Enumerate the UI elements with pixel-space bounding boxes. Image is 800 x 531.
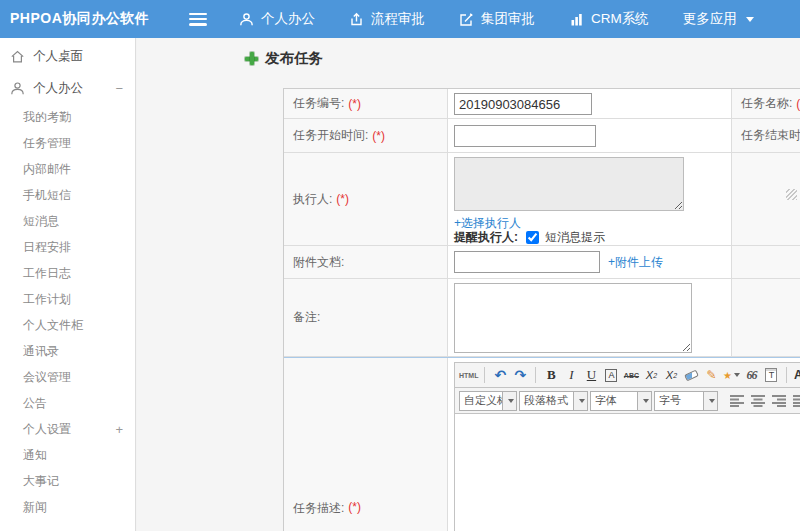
attachment-input[interactable] bbox=[454, 251, 600, 273]
remark-label: 备注: bbox=[284, 279, 448, 356]
nav-label: 更多应用 bbox=[683, 10, 737, 28]
eraser-button[interactable] bbox=[682, 365, 700, 385]
blockquote-button[interactable]: 66 bbox=[742, 365, 760, 385]
nav-personal-office[interactable]: 个人办公 bbox=[239, 10, 315, 28]
form-row-start-time: 任务开始时间: (*) 任务结束时间: (*) bbox=[284, 119, 800, 153]
textarea-resize-grip[interactable] bbox=[786, 189, 797, 200]
font-color-button[interactable]: A bbox=[793, 365, 800, 385]
select-value: 段落格式 bbox=[520, 393, 573, 408]
bold-button[interactable]: B bbox=[542, 365, 560, 385]
sms-remind-checkbox[interactable] bbox=[526, 231, 539, 244]
sidebar-item-label: 内部邮件 bbox=[23, 161, 71, 178]
sidebar-item-mobile-sms[interactable]: 手机短信 bbox=[0, 182, 135, 208]
sidebar-item-label: 新闻 bbox=[23, 499, 47, 516]
rich-text-editor: HTML ↶ ↷ B I U A ABC X2 X2 bbox=[454, 362, 800, 531]
sidebar-item-task-management[interactable]: 任务管理 bbox=[0, 130, 135, 156]
sidebar-item-label: 工作计划 bbox=[23, 291, 71, 308]
expand-icon[interactable]: + bbox=[115, 422, 123, 437]
end-time-label: 任务结束时间: (*) bbox=[731, 119, 800, 152]
undo-button[interactable]: ↶ bbox=[491, 365, 509, 385]
required-mark: (*) bbox=[348, 500, 361, 514]
strikethrough-button[interactable]: ABC bbox=[622, 365, 640, 385]
executor-textarea[interactable] bbox=[454, 157, 684, 211]
remind-executor-label: 提醒执行人: bbox=[454, 229, 518, 246]
label-text: 任务开始时间: bbox=[293, 127, 368, 144]
align-center-icon[interactable] bbox=[751, 395, 766, 407]
form-row-executor: 执行人: (*) +选择执行人 提醒执行人: 短消息提示 bbox=[284, 153, 800, 246]
collapse-icon[interactable]: − bbox=[115, 81, 123, 96]
sidebar-item-label: 个人文件柜 bbox=[23, 317, 83, 334]
paste-button[interactable]: T bbox=[762, 365, 780, 385]
remark-textarea[interactable] bbox=[454, 283, 692, 353]
nav-label: 流程审批 bbox=[371, 10, 425, 28]
paragraph-format-select[interactable]: 段落格式 bbox=[519, 391, 588, 411]
label-text: 附件文档: bbox=[293, 254, 344, 271]
form-row-task-number: 任务编号: (*) 任务名称: (*) bbox=[284, 89, 800, 119]
start-time-input[interactable] bbox=[454, 125, 596, 147]
sidebar-item-meeting-management[interactable]: 会议管理 bbox=[0, 364, 135, 390]
auto-typeset-button[interactable]: ★ bbox=[722, 365, 740, 385]
edit-icon bbox=[459, 12, 474, 27]
underline-button[interactable]: U bbox=[582, 365, 600, 385]
toolbar-separator bbox=[786, 367, 787, 383]
format-brush-button[interactable]: ✎ bbox=[702, 365, 720, 385]
redo-button[interactable]: ↷ bbox=[511, 365, 529, 385]
page-title: 发布任务 bbox=[245, 49, 323, 68]
nav-crm-system[interactable]: CRM系统 bbox=[569, 10, 649, 28]
select-value: 字号 bbox=[655, 393, 703, 408]
caret-down-icon bbox=[746, 17, 754, 22]
attachment-right-cell bbox=[731, 246, 800, 278]
sidebar-item-personal-desktop[interactable]: 个人桌面 bbox=[0, 40, 135, 72]
sidebar-item-personal-files[interactable]: 个人文件柜 bbox=[0, 312, 135, 338]
editor-toolbar-row2: 自定义标题 段落格式 字体 bbox=[454, 388, 800, 414]
nav-workflow-approval[interactable]: 流程审批 bbox=[349, 10, 425, 28]
sidebar-item-label: 通知 bbox=[23, 447, 47, 464]
select-value: 字体 bbox=[591, 393, 637, 408]
sidebar-item-label: 我的考勤 bbox=[23, 109, 71, 126]
sidebar-item-memorabilia[interactable]: 大事记 bbox=[0, 468, 135, 494]
custom-title-select[interactable]: 自定义标题 bbox=[459, 391, 517, 411]
add-task-icon bbox=[245, 52, 258, 65]
menu-toggle-icon[interactable] bbox=[189, 13, 207, 26]
sidebar-item-label: 大事记 bbox=[23, 473, 59, 490]
align-justify-icon[interactable] bbox=[793, 395, 800, 407]
form-row-remark: 备注: bbox=[284, 279, 800, 357]
sidebar-item-label: 短消息 bbox=[23, 213, 59, 230]
subscript-button[interactable]: X2 bbox=[662, 365, 680, 385]
executor-cell: +选择执行人 提醒执行人: 短消息提示 bbox=[448, 153, 731, 245]
top-nav: 个人办公 流程审批 集团审批 CRM系统 更多应用 bbox=[239, 10, 754, 28]
editor-content-area[interactable] bbox=[454, 414, 800, 531]
align-right-icon[interactable] bbox=[772, 395, 787, 407]
sidebar-item-news[interactable]: 新闻 bbox=[0, 494, 135, 520]
sidebar-item-short-message[interactable]: 短消息 bbox=[0, 208, 135, 234]
sidebar-item-work-log[interactable]: 工作日志 bbox=[0, 260, 135, 286]
sidebar-item-label: 手机短信 bbox=[23, 187, 71, 204]
italic-button[interactable]: I bbox=[562, 365, 580, 385]
nav-more-apps[interactable]: 更多应用 bbox=[683, 10, 754, 28]
html-source-button[interactable]: HTML bbox=[459, 365, 478, 385]
nav-group-approval[interactable]: 集团审批 bbox=[459, 10, 535, 28]
start-time-cell bbox=[448, 119, 731, 152]
sidebar-item-contacts[interactable]: 通讯录 bbox=[0, 338, 135, 364]
wand-icon: ★ bbox=[723, 370, 732, 381]
sidebar-item-label: 日程安排 bbox=[23, 239, 71, 256]
label-text: 任务编号: bbox=[293, 95, 344, 112]
task-number-input[interactable] bbox=[454, 93, 592, 115]
sidebar-item-work-plan[interactable]: 工作计划 bbox=[0, 286, 135, 312]
attachment-upload-link[interactable]: +附件上传 bbox=[608, 254, 663, 271]
sidebar-item-internal-mail[interactable]: 内部邮件 bbox=[0, 156, 135, 182]
font-box-glyph: A bbox=[605, 369, 617, 382]
sidebar-item-personal-office[interactable]: 个人办公 − bbox=[0, 72, 135, 104]
font-family-select[interactable]: 字体 bbox=[590, 391, 652, 411]
sidebar-item-announcement[interactable]: 公告 bbox=[0, 390, 135, 416]
font-size-select[interactable]: 字号 bbox=[654, 391, 718, 411]
font-style-button[interactable]: A bbox=[602, 365, 620, 385]
sidebar-item-my-attendance[interactable]: 我的考勤 bbox=[0, 104, 135, 130]
sidebar-item-label: 个人设置 bbox=[23, 421, 71, 438]
sidebar-item-schedule[interactable]: 日程安排 bbox=[0, 234, 135, 260]
align-left-icon[interactable] bbox=[730, 395, 745, 407]
sidebar-item-notice[interactable]: 通知 bbox=[0, 442, 135, 468]
superscript-button[interactable]: X2 bbox=[642, 365, 660, 385]
sidebar-item-personal-settings[interactable]: 个人设置 + bbox=[0, 416, 135, 442]
sidebar-item-label: 个人桌面 bbox=[33, 48, 83, 65]
